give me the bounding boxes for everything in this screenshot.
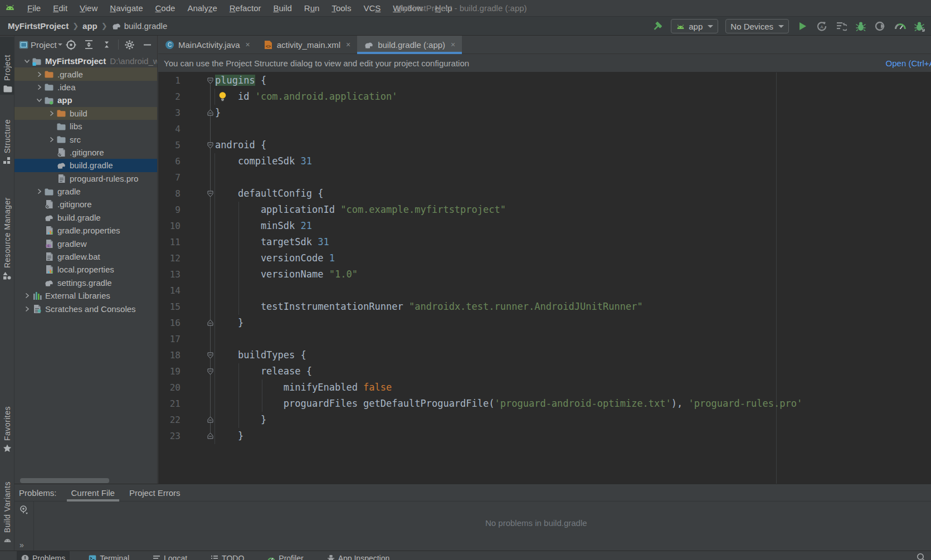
toolwindow-button-problems[interactable]: Problems (17, 551, 70, 560)
tree-row[interactable]: .idea (14, 81, 157, 94)
toolwindow-button-todo[interactable]: TODO (206, 551, 248, 560)
tree-chevron-closed-icon[interactable] (35, 70, 44, 79)
tab-close-icon[interactable]: × (451, 40, 455, 49)
tree-chevron-closed-icon[interactable] (22, 304, 32, 314)
tree-row[interactable]: Scratches and Consoles (14, 302, 157, 315)
problems-more-chevrons[interactable]: » (20, 540, 25, 549)
editor-tab-build.gradle[interactable]: build.gradle (:app)× (357, 36, 462, 53)
tree-chevron-closed-icon[interactable] (22, 291, 32, 300)
editor-tab-mainactivity.java[interactable]: CMainActivity.java× (158, 36, 257, 53)
toolwindow-button-profiler[interactable]: Profiler (263, 551, 308, 560)
menu-item-vcs[interactable]: VCS (357, 0, 387, 17)
tree-chevron-open-icon[interactable] (35, 95, 44, 105)
fold-marker-down-icon[interactable] (207, 190, 214, 197)
run-configuration-label: app (689, 22, 703, 31)
panel-settings-button[interactable] (124, 38, 136, 51)
problems-tab-current-file[interactable]: Current File (71, 484, 115, 501)
menu-item-analyze[interactable]: Analyze (181, 0, 223, 17)
code-editor[interactable]: 1plugins {2 id 'com.android.application'… (158, 72, 931, 484)
project-horizontal-scrollbar[interactable] (20, 478, 109, 483)
search-everywhere-icon[interactable] (917, 553, 927, 560)
stripe-button-build-variants[interactable]: Build Variants (0, 466, 14, 547)
tree-item-label: .gitignore (70, 148, 104, 157)
run-button[interactable] (796, 20, 808, 32)
tree-row[interactable]: .gradle (14, 67, 157, 80)
fold-marker-up-icon[interactable] (207, 109, 214, 116)
fold-marker-down-icon[interactable] (207, 352, 214, 359)
folder-app-icon (44, 95, 54, 105)
stripe-button-project[interactable]: Project (0, 37, 14, 95)
collapse-all-button[interactable] (101, 38, 113, 51)
tree-row[interactable]: build.gradle (14, 159, 157, 172)
tree-row[interactable]: .gitignore (14, 146, 157, 159)
fold-marker-up-icon[interactable] (207, 319, 214, 327)
tree-row[interactable]: app (14, 94, 157, 106)
banner-open-link[interactable]: Open (Ctrl+Alt (886, 59, 931, 68)
line-number: 22 (158, 412, 181, 428)
build-project-button[interactable] (651, 20, 664, 32)
menu-item-tools[interactable]: Tools (325, 0, 357, 17)
stripe-button-structure[interactable]: Structure (0, 106, 14, 167)
project-view-caret-icon[interactable] (58, 43, 62, 46)
tree-row[interactable]: build (14, 107, 157, 120)
fold-marker-down-icon[interactable] (207, 77, 214, 84)
fold-marker-up-icon[interactable] (207, 432, 214, 440)
tree-row[interactable]: MyFirtstProjectD:\android_wor (14, 55, 157, 67)
tree-row[interactable]: External Libraries (14, 289, 157, 302)
apply-changes-button[interactable]: A (816, 20, 828, 32)
fold-marker-down-icon[interactable] (207, 142, 214, 149)
menu-item-build[interactable]: Build (267, 0, 298, 17)
attach-debugger-button[interactable] (913, 20, 925, 32)
editor-tab-activity_main.xml[interactable]: <>activity_main.xml× (257, 36, 357, 53)
tab-close-icon[interactable]: × (246, 40, 250, 49)
toolwindow-button-terminal[interactable]: Terminal (84, 551, 134, 560)
apply-code-changes-button[interactable] (835, 20, 847, 32)
tree-chevron-closed-icon[interactable] (47, 135, 56, 144)
breadcrumb-file[interactable]: build.gradle (111, 21, 168, 31)
tree-row[interactable]: Cgradlew (14, 237, 157, 250)
debug-button[interactable] (855, 20, 867, 32)
problems-tab-project-errors[interactable]: Project Errors (129, 484, 181, 501)
fold-marker-up-icon[interactable] (207, 416, 214, 423)
tree-row[interactable]: local.properties (14, 263, 157, 276)
menu-item-code[interactable]: Code (149, 0, 182, 17)
tree-row[interactable]: proguard-rules.pro (14, 172, 157, 185)
menu-item-refactor[interactable]: Refactor (223, 0, 267, 17)
profile-button[interactable] (874, 20, 886, 32)
folder-orange-icon (44, 70, 54, 79)
tree-row[interactable]: gradle.properties (14, 224, 157, 237)
device-selector[interactable]: No Devices (725, 19, 789, 33)
run-configuration-selector[interactable]: app (671, 19, 718, 33)
expand-all-button[interactable] (83, 38, 95, 51)
tree-chevron-closed-icon[interactable] (47, 109, 56, 118)
editor-area[interactable]: CMainActivity.java×<>activity_main.xml×b… (158, 36, 931, 484)
hide-panel-button[interactable] (142, 38, 154, 51)
menu-item-file[interactable]: File (21, 0, 47, 17)
locate-file-button[interactable] (65, 38, 77, 51)
tree-row[interactable]: gradlew.bat (14, 250, 157, 263)
tree-row[interactable]: libs (14, 120, 157, 133)
menu-item-navigate[interactable]: Navigate (104, 0, 149, 17)
toolwindow-button-logcat[interactable]: Logcat (148, 551, 192, 560)
tree-chevron-open-icon[interactable] (22, 56, 32, 66)
tab-close-icon[interactable]: × (346, 40, 350, 49)
tree-row[interactable]: settings.gradle (14, 276, 157, 289)
problems-navigate-icon[interactable] (19, 505, 30, 517)
breadcrumb-segment[interactable]: MyFirtstProject (8, 21, 69, 31)
stripe-button-favorites[interactable]: Favorites (0, 399, 14, 455)
menu-item-run[interactable]: Run (298, 0, 326, 17)
profiler-button[interactable] (894, 20, 906, 32)
tree-chevron-closed-icon[interactable] (35, 187, 44, 196)
project-panel-title[interactable]: Project (31, 40, 57, 50)
tree-row[interactable]: gradle (14, 185, 157, 198)
tree-row[interactable]: build.gradle (14, 211, 157, 224)
menu-item-edit[interactable]: Edit (47, 0, 74, 17)
tree-row[interactable]: .gitignore (14, 198, 157, 211)
fold-marker-down-icon[interactable] (207, 368, 214, 375)
toolwindow-button-app-inspection[interactable]: App Inspection (323, 551, 394, 560)
tree-row[interactable]: src (14, 133, 157, 145)
menu-item-view[interactable]: View (74, 0, 104, 17)
tree-chevron-closed-icon[interactable] (35, 82, 44, 92)
stripe-button-resource-manager[interactable]: Resource Manager (0, 176, 14, 282)
breadcrumb-segment[interactable]: app (82, 21, 98, 31)
